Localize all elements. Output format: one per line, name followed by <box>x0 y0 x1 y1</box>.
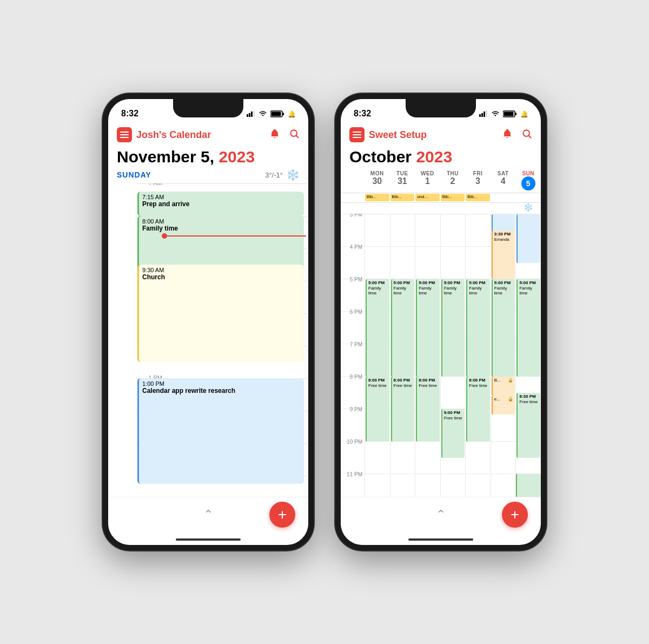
svg-rect-5 <box>283 113 284 115</box>
wcell-tue-4pm <box>390 247 415 279</box>
chevron-up-2[interactable]: ⌃ <box>436 508 446 522</box>
svg-rect-3 <box>253 110 255 117</box>
status-time-2: 8:32 <box>354 109 371 119</box>
week-event-sun-family[interactable]: 5:00 PM Family time <box>516 279 540 377</box>
week-row-8pm: 8 PM 8:00 PM Free time <box>341 376 541 409</box>
svg-rect-15 <box>504 111 514 116</box>
week-col-wed[interactable]: WED 1 <box>415 170 440 190</box>
menu-icon-2[interactable] <box>349 127 365 142</box>
week-event-wed-family[interactable]: 5:00 PM Family time <box>416 279 440 377</box>
week-event-mon-family[interactable]: 5:00 PM Family time <box>366 279 389 377</box>
mute-icon-2: 🔔 <box>520 110 528 117</box>
wlabel-11pm: 11 PM <box>341 470 365 497</box>
errands-time: 3:30 PM <box>494 232 514 237</box>
week-header-grid: MON 30 TUE 31 WED 1 THU <box>341 170 541 193</box>
week-col-fri[interactable]: FRI 3 <box>465 170 491 190</box>
month-day-1: November 5, <box>117 148 214 166</box>
wifi-icon <box>259 110 267 117</box>
wcell-sun-11pm <box>515 474 541 497</box>
svg-rect-14 <box>515 113 517 115</box>
wcell-thu-3pm <box>440 214 466 246</box>
event-prep[interactable]: 7:15 AM Prep and arrive <box>137 192 304 216</box>
week-event-errands[interactable]: 3:30 PM Errands <box>492 231 515 279</box>
wlabel-9pm: 9 PM <box>341 405 365 441</box>
event-church[interactable]: 9:30 AM Church <box>137 265 304 362</box>
allday-fri: Bib... <box>465 193 491 202</box>
week-col-sat[interactable]: SAT 4 <box>491 170 516 190</box>
week-event-fri-free[interactable]: 8:00 PM Free time <box>466 377 490 442</box>
week-event-sat-family[interactable]: 5:00 PM Family time <box>492 279 515 377</box>
week-col-thu[interactable]: THU 2 <box>440 170 466 190</box>
wcell-thu-4pm <box>440 247 466 279</box>
wcell-mon-3pm <box>365 214 390 246</box>
wcell-sat-4pm: 3:30 PM Errands <box>491 247 516 279</box>
app-title-2: Sweet Setup <box>369 129 427 141</box>
week-row-11pm: 11 PM <box>341 474 541 497</box>
wcell-fri-4pm <box>465 247 491 279</box>
phone-1: 8:32 <box>103 94 314 550</box>
header-right-2 <box>502 128 532 142</box>
icicle-icon-1: ❄️ <box>286 168 300 181</box>
search-icon-2[interactable] <box>521 128 532 142</box>
week-event-wed-free[interactable]: 8:00 PM Free time <box>416 377 440 442</box>
wlabel-3pm: 3 PM <box>341 214 365 246</box>
wcell-wed-5pm: 5:00 PM Family time <box>415 279 440 311</box>
wcell-sun-3pm <box>515 214 541 246</box>
wlabel-6pm: 6 PM <box>341 308 365 344</box>
menu-icon-1[interactable] <box>117 127 132 142</box>
svg-rect-2 <box>251 111 253 117</box>
bell-icon-2[interactable] <box>502 128 513 142</box>
week-row-5pm: 5 PM 5:00 PM Family time 5:00 PM <box>341 279 541 311</box>
week-event-sat-b[interactable]: B... 🔒 <box>492 377 515 396</box>
chevron-up-1[interactable]: ⌃ <box>203 508 213 522</box>
status-time-1: 8:32 <box>121 109 138 119</box>
week-event-fri-family[interactable]: 5:00 PM Family time <box>466 279 490 377</box>
week-event-sun-free-830[interactable]: 8:30 PM Free time <box>516 393 540 458</box>
svg-rect-11 <box>484 111 485 117</box>
calendar-scroll-1[interactable]: 7 AM 8 AM 9 AM 10 <box>108 183 308 497</box>
week-body-scroll[interactable]: 3 PM <box>341 214 541 497</box>
event-research-time: 1:00 PM <box>142 380 301 387</box>
week-col-sun[interactable]: SUN 5 <box>515 170 541 190</box>
wlabel-7pm: 7 PM <box>341 340 365 376</box>
event-research[interactable]: 1:00 PM Calendar app rewrite research <box>137 378 304 484</box>
allday-sat <box>491 193 516 202</box>
bell-icon-1[interactable] <box>269 128 280 142</box>
week-event-tue-family[interactable]: 5:00 PM Family time <box>391 279 415 377</box>
add-button-1[interactable]: + <box>269 502 295 528</box>
week-event-sat-e[interactable]: e... 🔒 <box>492 396 515 415</box>
event-prep-title: Prep and arrive <box>142 200 301 208</box>
week-col-mon[interactable]: MON 30 <box>365 170 390 190</box>
week-event-tue-free[interactable]: 8:00 PM Free time <box>391 377 415 442</box>
wlabel-5pm: 5 PM <box>341 275 365 311</box>
wcell-mon-5pm: 5:00 PM Family time <box>365 279 390 311</box>
week-event-thu-family[interactable]: 5:00 PM Family time <box>441 279 465 377</box>
allday-tue: Bib... <box>390 193 415 202</box>
svg-rect-12 <box>486 110 487 117</box>
app-header-2: Sweet Setup <box>341 123 541 146</box>
day-row-1: SUNDAY 3°/-1° ❄️ <box>108 167 308 183</box>
search-icon-1[interactable] <box>289 128 300 142</box>
week-event-mon-free[interactable]: 8:00 PM Free time <box>366 377 389 442</box>
wcell-sun-5pm: 5:00 PM Family time <box>515 279 541 311</box>
mute-icon: 🔔 <box>288 110 295 117</box>
week-event-sun-blue-top[interactable] <box>516 214 540 263</box>
event-church-title: Church <box>142 273 301 281</box>
wcell-fri-3pm <box>465 214 491 246</box>
signal-icon <box>247 110 255 117</box>
wlabel-8pm: 8 PM <box>341 373 365 409</box>
week-row-4pm: 4 PM 3:30 PM Errands <box>341 246 541 279</box>
wcell-mon-8pm: 8:00 PM Free time <box>365 377 390 409</box>
bottom-bar-1: ⌃ + <box>108 497 308 536</box>
add-button-2[interactable]: + <box>502 502 528 528</box>
battery-icon-2 <box>503 110 517 117</box>
errands-title: Errands <box>494 237 514 242</box>
event-research-title: Calendar app rewrite research <box>142 387 301 395</box>
sun-green-extend <box>516 474 541 497</box>
wcell-thu-8pm <box>440 377 466 409</box>
current-time-indicator <box>164 233 306 239</box>
week-event-thu-free[interactable]: 9:00 PM Free time <box>441 409 465 458</box>
weather-info-1: 3°/-1° ❄️ <box>265 168 300 181</box>
week-header-empty <box>341 170 365 190</box>
week-col-tue[interactable]: TUE 31 <box>390 170 415 190</box>
